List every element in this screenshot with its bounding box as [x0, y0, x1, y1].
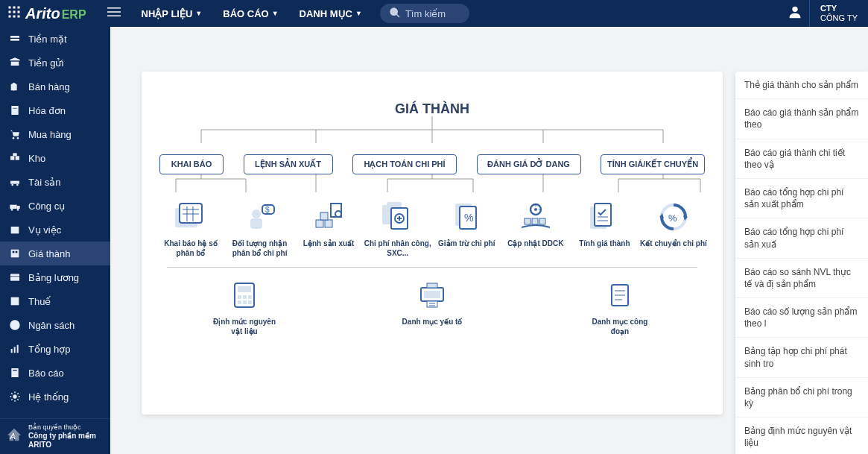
svg-rect-6	[9, 16, 11, 18]
svg-line-13	[396, 14, 399, 17]
apps-icon[interactable]	[7, 5, 21, 22]
search-icon	[389, 7, 401, 21]
search-placeholder: Tìm kiếm	[405, 8, 446, 19]
svg-rect-7	[13, 16, 16, 18]
logo-area: AritoERP	[0, 5, 94, 22]
svg-rect-1	[13, 7, 16, 9]
logo[interactable]: AritoERP	[25, 5, 86, 22]
org-line2: CÔNG TY	[820, 13, 858, 23]
org-line1: CTY	[820, 4, 858, 13]
search-input[interactable]: Tìm kiếm	[380, 4, 469, 23]
svg-rect-10	[107, 11, 121, 13]
svg-point-14	[792, 7, 797, 12]
header: AritoERP NHẬP LIỆU▼ BÁO CÁO▼ DANH MỤC▼ T…	[0, 0, 868, 27]
logo-erp-label: ERP	[62, 8, 86, 22]
svg-rect-5	[18, 11, 20, 13]
svg-rect-4	[13, 11, 16, 13]
caret-down-icon: ▼	[355, 10, 362, 17]
org-selector[interactable]: CTY CÔNG TY	[809, 0, 868, 27]
svg-rect-11	[107, 16, 121, 17]
nav-label: NHẬP LIỆU	[142, 8, 193, 19]
svg-rect-2	[18, 7, 20, 9]
svg-rect-8	[18, 16, 20, 18]
caret-down-icon: ▼	[195, 10, 202, 17]
svg-rect-0	[9, 7, 11, 9]
nav-danh-muc[interactable]: DANH MỤC▼	[289, 8, 373, 19]
nav-nhap-lieu[interactable]: NHẬP LIỆU▼	[131, 8, 213, 19]
profile-icon[interactable]	[787, 4, 803, 23]
nav-label: BÁO CÁO	[223, 8, 268, 19]
nav-label: DANH MỤC	[300, 8, 352, 19]
svg-rect-3	[9, 11, 11, 13]
logo-label: Arito	[25, 5, 60, 22]
hamburger-icon[interactable]	[107, 5, 121, 22]
svg-rect-9	[107, 7, 121, 9]
svg-point-12	[390, 8, 397, 15]
caret-down-icon: ▼	[272, 10, 279, 17]
header-right: CTY CÔNG TY	[787, 0, 868, 27]
nav-bao-cao[interactable]: BÁO CÁO▼	[212, 8, 288, 19]
